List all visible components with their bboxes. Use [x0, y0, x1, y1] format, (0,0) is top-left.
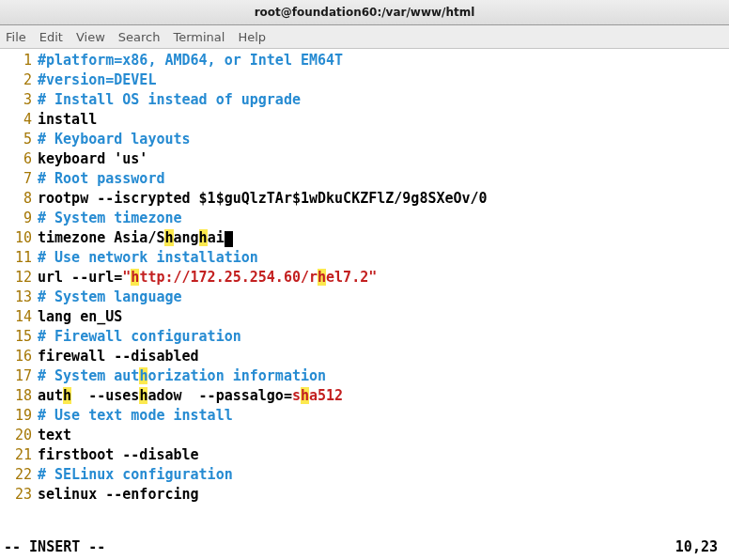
line-code: lang en_US: [38, 307, 729, 327]
menu-terminal[interactable]: Terminal: [173, 30, 225, 44]
menu-view[interactable]: View: [76, 30, 105, 44]
line-number: 6: [0, 149, 38, 169]
menu-help[interactable]: Help: [238, 30, 266, 44]
text-editor-area[interactable]: 1#platform=x86, AMD64, or Intel EM64T2#v…: [0, 49, 729, 538]
line-number: 21: [0, 445, 38, 465]
editor-line: 17# System authorization information: [0, 366, 729, 386]
editor-line: 5# Keyboard layouts: [0, 130, 729, 149]
code-token: timezone Asia/S: [38, 229, 164, 246]
editor-line: 10timezone Asia/Shanghai: [0, 228, 729, 248]
line-code: firewall --disabled: [38, 347, 729, 366]
editor-line: 6keyboard 'us': [0, 149, 729, 169]
code-token: ttp://172.25.254.60/r: [139, 269, 318, 286]
text-cursor: [225, 231, 233, 247]
code-token: ": [122, 269, 131, 286]
line-number: 8: [0, 189, 38, 209]
code-token: #version=DEVEL: [38, 71, 156, 88]
editor-line: 14lang en_US: [0, 307, 729, 327]
line-code: # System timezone: [38, 209, 729, 228]
code-token: # Use text mode install: [38, 407, 233, 424]
code-token: # Keyboard layouts: [38, 131, 191, 148]
code-token: # Root password: [38, 170, 164, 187]
editor-line: 20text: [0, 426, 729, 445]
line-number: 15: [0, 327, 38, 347]
cursor-position: 10,23: [675, 538, 718, 558]
line-number: 9: [0, 209, 38, 228]
code-token: adow --passalgo=: [147, 387, 292, 404]
line-number: 22: [0, 465, 38, 485]
code-token: a512: [309, 387, 343, 404]
line-code: # Use network installation: [38, 248, 729, 268]
code-token: # Install OS instead of upgrade: [38, 91, 301, 108]
line-code: # Use text mode install: [38, 406, 729, 426]
menu-file[interactable]: File: [6, 30, 26, 44]
line-number: 5: [0, 130, 38, 149]
code-token: h: [164, 229, 173, 246]
vim-status-bar: -- INSERT -- 10,23: [0, 538, 729, 560]
code-token: h: [199, 229, 208, 246]
code-token: h: [301, 387, 309, 404]
editor-line: 22# SELinux configuration: [0, 465, 729, 485]
line-code: #version=DEVEL: [38, 70, 729, 90]
line-code: auth --useshadow --passalgo=sha512: [38, 386, 729, 406]
code-token: # Use network installation: [38, 249, 258, 266]
line-number: 2: [0, 70, 38, 90]
code-token: # Firewall configuration: [38, 328, 241, 345]
code-token: keyboard 'us': [38, 150, 147, 167]
editor-line: 3# Install OS instead of upgrade: [0, 90, 729, 110]
editor-line: 4install: [0, 110, 729, 130]
editor-line: 15# Firewall configuration: [0, 327, 729, 347]
line-code: text: [38, 426, 729, 445]
line-number: 4: [0, 110, 38, 130]
menu-search[interactable]: Search: [118, 30, 161, 44]
line-code: # System authorization information: [38, 366, 729, 386]
code-token: el7.2": [326, 269, 377, 286]
line-number: 17: [0, 366, 38, 386]
menubar: File Edit View Search Terminal Help: [0, 25, 729, 49]
code-token: h: [318, 269, 326, 286]
editor-line: 1#platform=x86, AMD64, or Intel EM64T: [0, 51, 729, 70]
line-code: firstboot --disable: [38, 445, 729, 465]
editor-line: 18auth --useshadow --passalgo=sha512: [0, 386, 729, 406]
code-token: lang en_US: [38, 308, 122, 325]
code-token: h: [63, 387, 71, 404]
line-number: 20: [0, 426, 38, 445]
line-number: 1: [0, 51, 38, 70]
code-token: selinux --enforcing: [38, 486, 199, 503]
code-token: # System language: [38, 288, 182, 305]
code-token: firstboot --disable: [38, 446, 199, 463]
editor-line: 21firstboot --disable: [0, 445, 729, 465]
line-code: rootpw --iscrypted $1$guQlzTAr$1wDkuCKZF…: [38, 189, 729, 209]
code-token: orization information: [147, 367, 326, 384]
code-token: # SELinux configuration: [38, 466, 233, 483]
editor-line: 16firewall --disabled: [0, 347, 729, 366]
menu-edit[interactable]: Edit: [39, 30, 63, 44]
editor-line: 7# Root password: [0, 169, 729, 189]
editor-line: 23selinux --enforcing: [0, 485, 729, 505]
code-token: text: [38, 427, 71, 443]
line-code: # System language: [38, 288, 729, 307]
editor-line: 9# System timezone: [0, 209, 729, 228]
line-code: keyboard 'us': [38, 149, 729, 169]
line-code: selinux --enforcing: [38, 485, 729, 505]
line-number: 10: [0, 228, 38, 248]
code-token: url --url=: [38, 269, 122, 286]
line-code: # SELinux configuration: [38, 465, 729, 485]
line-number: 13: [0, 288, 38, 307]
line-code: # Firewall configuration: [38, 327, 729, 347]
code-token: install: [38, 111, 97, 128]
line-code: # Keyboard layouts: [38, 130, 729, 149]
line-number: 11: [0, 248, 38, 268]
editor-line: 2#version=DEVEL: [0, 70, 729, 90]
line-code: #platform=x86, AMD64, or Intel EM64T: [38, 51, 729, 70]
editor-line: 12url --url="http://172.25.254.60/rhel7.…: [0, 268, 729, 288]
line-number: 19: [0, 406, 38, 426]
editor-line: 11# Use network installation: [0, 248, 729, 268]
line-number: 12: [0, 268, 38, 288]
editor-line: 19# Use text mode install: [0, 406, 729, 426]
code-token: s: [292, 387, 301, 404]
line-number: 16: [0, 347, 38, 366]
line-code: install: [38, 110, 729, 130]
line-code: # Install OS instead of upgrade: [38, 90, 729, 110]
line-code: timezone Asia/Shanghai: [38, 228, 729, 248]
